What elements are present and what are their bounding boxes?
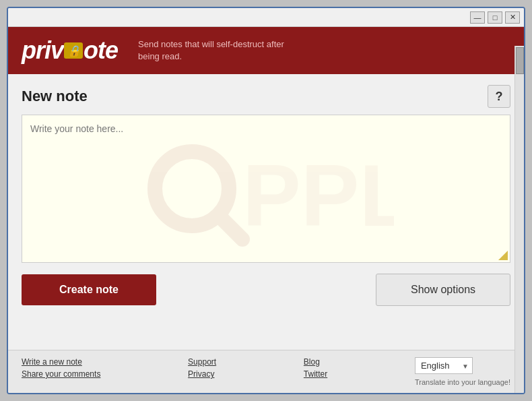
- scrollbar-thumb[interactable]: [516, 47, 524, 74]
- logo-text-before: priv: [22, 36, 63, 65]
- write-new-note-link[interactable]: Write a new note: [22, 357, 100, 367]
- language-select[interactable]: English Español Français Deutsch Italian…: [415, 357, 473, 374]
- support-link[interactable]: Support: [188, 357, 216, 367]
- maximize-button[interactable]: □: [488, 11, 502, 24]
- main-content: New note ? PPL: [8, 74, 524, 350]
- translate-label: Translate into your language!: [415, 378, 510, 386]
- titlebar: — □ ✕: [8, 8, 524, 27]
- app-header: priv 🔒 ote Send notes that will self-des…: [8, 27, 524, 74]
- footer-language-section: English Español Français Deutsch Italian…: [415, 357, 510, 386]
- blog-link[interactable]: Blog: [304, 357, 327, 367]
- show-options-button[interactable]: Show options: [376, 274, 510, 306]
- app-window: — □ ✕ priv 🔒 ote Send notes that will se…: [7, 7, 525, 394]
- app-logo: priv 🔒 ote: [22, 36, 118, 65]
- scrollbar[interactable]: [514, 46, 524, 393]
- logo-text-after: ote: [84, 36, 118, 65]
- button-row: Create note Show options: [22, 274, 510, 306]
- share-comments-link[interactable]: Share your comments: [22, 369, 100, 379]
- footer-center-links: Support Privacy: [188, 357, 216, 379]
- privacy-link[interactable]: Privacy: [188, 369, 216, 379]
- footer: Write a new note Share your comments Sup…: [8, 350, 524, 393]
- create-note-button[interactable]: Create note: [22, 274, 156, 305]
- page-title: New note: [22, 88, 88, 105]
- window-inner: priv 🔒 ote Send notes that will self-des…: [8, 27, 524, 393]
- resize-handle[interactable]: [498, 251, 509, 261]
- header-tagline: Send notes that will self-destruct after…: [138, 38, 284, 63]
- main-header-row: New note ?: [22, 85, 510, 108]
- footer-left-links: Write a new note Share your comments: [22, 357, 100, 379]
- close-button[interactable]: ✕: [505, 11, 520, 24]
- note-area-wrapper: PPL: [22, 115, 510, 263]
- language-select-container: English Español Français Deutsch Italian…: [415, 357, 473, 374]
- logo-lock-icon: 🔒: [64, 42, 83, 59]
- minimize-button[interactable]: —: [470, 11, 485, 24]
- footer-inner: Write a new note Share your comments Sup…: [22, 357, 510, 386]
- twitter-link[interactable]: Twitter: [304, 369, 327, 379]
- note-input[interactable]: [22, 115, 510, 263]
- help-button[interactable]: ?: [488, 85, 510, 108]
- footer-right-links: Blog Twitter: [304, 357, 327, 379]
